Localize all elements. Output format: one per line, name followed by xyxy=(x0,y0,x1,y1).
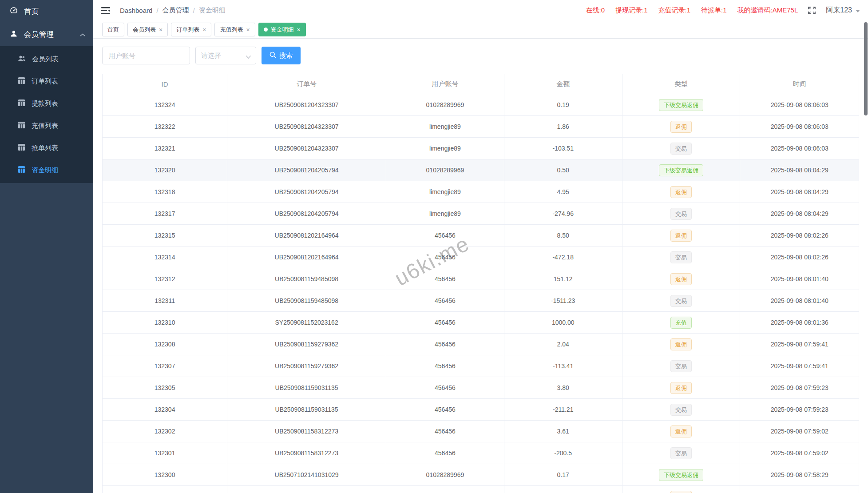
cell-id: 132315 xyxy=(103,225,227,246)
table-row[interactable]: 132315UB25090812021649644564568.50返佣2025… xyxy=(103,225,859,246)
cell-type: 下级交易返佣 xyxy=(622,464,740,486)
stat-item: 待派单:1 xyxy=(701,6,727,15)
close-icon[interactable]: × xyxy=(202,27,206,33)
sidebar-item-label: 抢单列表 xyxy=(32,144,58,152)
sidebar-item-订单列表[interactable]: 订单列表 xyxy=(0,70,93,92)
cell-time: 2025-09-08 08:01:40 xyxy=(740,290,859,312)
table-row[interactable]: 132310SY25090811520231624564561000.00充值2… xyxy=(103,312,859,334)
status-stats: 在线:0提现记录:1充值记录:1待派单:1我的邀请码:AME75L xyxy=(586,6,798,15)
cell-time: 2025-09-08 07:59:02 xyxy=(740,421,859,442)
cell-time: 2025-09-08 07:59:23 xyxy=(740,377,859,399)
tab-label: 首页 xyxy=(107,26,119,34)
close-icon[interactable]: × xyxy=(246,27,250,33)
cell-type: 交易 xyxy=(622,138,740,159)
cell-amount: 1.74 xyxy=(504,486,622,493)
vertical-scrollbar[interactable] xyxy=(864,22,868,115)
cell-order_no: UB2509081204205794 xyxy=(227,159,386,181)
sidebar-collapse-icon[interactable] xyxy=(101,7,110,15)
sidebar-item-label: 订单列表 xyxy=(32,77,58,86)
cell-type: 交易 xyxy=(622,355,740,377)
cell-type: 返佣 xyxy=(622,225,740,246)
table-row[interactable]: 132314UB2509081202164964456456-472.18交易2… xyxy=(103,246,859,268)
cell-id: 132300 xyxy=(103,464,227,486)
type-badge: 充值 xyxy=(670,317,692,329)
type-badge: 返佣 xyxy=(670,273,692,285)
sidebar: 首页 会员管理 会员列表订单列表提款列表充值列表抢单列表资金明细 xyxy=(0,0,93,493)
cell-time: 2025-09-08 07:58:29 xyxy=(740,464,859,486)
sidebar-item-home[interactable]: 首页 xyxy=(0,0,93,23)
close-icon[interactable]: × xyxy=(159,27,163,33)
type-badge: 下级交易返佣 xyxy=(659,99,703,111)
cell-type: 交易 xyxy=(622,399,740,421)
tabs-bar: 首页会员列表×订单列表×充值列表×资金明细× xyxy=(93,21,868,39)
user-menu[interactable]: 阿来123 xyxy=(826,6,860,15)
table-row[interactable]: 132304UB2509081159031135456456-211.21交易2… xyxy=(103,399,859,421)
account-search-input[interactable] xyxy=(102,47,190,64)
cell-amount: 2.04 xyxy=(504,334,622,355)
table-row[interactable]: 132305UB25090811590311354564563.80返佣2025… xyxy=(103,377,859,399)
table-row[interactable]: 132311UB2509081159485098456456-1511.23交易… xyxy=(103,290,859,312)
table-row[interactable]: 132302UB25090811583122734564563.61返佣2025… xyxy=(103,421,859,442)
tab-资金明细[interactable]: 资金明细× xyxy=(258,23,306,36)
table-row[interactable]: 132301UB2509081158312273456456-200.5交易20… xyxy=(103,442,859,464)
cell-id: 132301 xyxy=(103,442,227,464)
active-dot-icon xyxy=(264,28,268,32)
table-row[interactable]: 132300UB2507102141031029010282899690.17下… xyxy=(103,464,859,486)
tab-会员列表[interactable]: 会员列表× xyxy=(127,23,168,36)
cell-time: 2025-09-08 08:06:03 xyxy=(740,138,859,159)
tab-充值列表[interactable]: 充值列表× xyxy=(214,23,255,36)
cell-account: limengjie89 xyxy=(386,203,504,225)
table-row[interactable]: 132320UB2509081204205794010282899690.50下… xyxy=(103,159,859,181)
sidebar-item-active-资金明细[interactable]: 资金明细 xyxy=(0,159,93,181)
table-row[interactable]: 132322UB2509081204323307limengjie891.86返… xyxy=(103,116,859,138)
table-row[interactable]: 132308UB25090811592793624564562.04返佣2025… xyxy=(103,334,859,355)
type-select[interactable]: 请选择 xyxy=(195,47,256,64)
table-row[interactable]: 132298UB2507102141031029limengjie891.74返… xyxy=(103,486,859,493)
cell-account: 456456 xyxy=(386,246,504,268)
close-icon[interactable]: × xyxy=(297,27,301,33)
search-icon xyxy=(270,52,276,60)
tab-订单列表[interactable]: 订单列表× xyxy=(171,23,211,36)
table-row[interactable]: 132321UB2509081204323307limengjie89-103.… xyxy=(103,138,859,159)
cell-account: 456456 xyxy=(386,421,504,442)
sidebar-item-会员列表[interactable]: 会员列表 xyxy=(0,48,93,70)
type-badge: 交易 xyxy=(670,404,692,416)
cell-order_no: UB2507102141031029 xyxy=(227,464,386,486)
admin-app: 首页 会员管理 会员列表订单列表提款列表充值列表抢单列表资金明细 Dashboa… xyxy=(0,0,868,493)
cell-amount: 151.12 xyxy=(504,268,622,290)
sidebar-item-充值列表[interactable]: 充值列表 xyxy=(0,115,93,137)
breadcrumb-member-management[interactable]: 会员管理 xyxy=(163,6,189,15)
sidebar-item-label: 资金明细 xyxy=(32,166,58,175)
breadcrumb-dashboard[interactable]: Dashboard xyxy=(120,7,152,14)
sidebar-item-label: 充值列表 xyxy=(32,122,58,130)
sidebar-item-label: 会员管理 xyxy=(24,30,54,40)
grid-icon xyxy=(18,143,25,152)
column-header: 金额 xyxy=(504,74,622,94)
sidebar-item-member-management[interactable]: 会员管理 xyxy=(0,23,93,46)
table-row[interactable]: 132317UB2509081204205794limengjie89-274.… xyxy=(103,203,859,225)
cell-account: 456456 xyxy=(386,399,504,421)
chevron-down-icon xyxy=(246,53,251,60)
breadcrumb-current: 资金明细 xyxy=(199,6,226,15)
table-row[interactable]: 132312UB2509081159485098456456151.12返佣20… xyxy=(103,268,859,290)
cell-type: 下级交易返佣 xyxy=(622,159,740,181)
cell-time: 2025-09-08 08:01:40 xyxy=(740,268,859,290)
sidebar-item-抢单列表[interactable]: 抢单列表 xyxy=(0,137,93,159)
cell-amount: -103.51 xyxy=(504,138,622,159)
table-row[interactable]: 132318UB2509081204205794limengjie894.95返… xyxy=(103,181,859,203)
cell-type: 返佣 xyxy=(622,181,740,203)
tab-首页[interactable]: 首页 xyxy=(102,23,124,36)
table-row[interactable]: 132324UB2509081204323307010282899690.19下… xyxy=(103,94,859,116)
sidebar-item-提款列表[interactable]: 提款列表 xyxy=(0,92,93,115)
sidebar-submenu: 会员列表订单列表提款列表充值列表抢单列表资金明细 xyxy=(0,46,93,183)
fullscreen-icon[interactable] xyxy=(808,6,816,15)
table-row[interactable]: 132307UB2509081159279362456456-113.41交易2… xyxy=(103,355,859,377)
cell-id: 132321 xyxy=(103,138,227,159)
cell-account: 456456 xyxy=(386,355,504,377)
cell-order_no: UB2509081204323307 xyxy=(227,116,386,138)
cell-amount: -472.18 xyxy=(504,246,622,268)
cell-order_no: UB2509081202164964 xyxy=(227,246,386,268)
search-button[interactable]: 搜索 xyxy=(262,47,301,64)
sidebar-item-label: 首页 xyxy=(24,7,39,16)
tab-label: 订单列表 xyxy=(176,26,199,34)
